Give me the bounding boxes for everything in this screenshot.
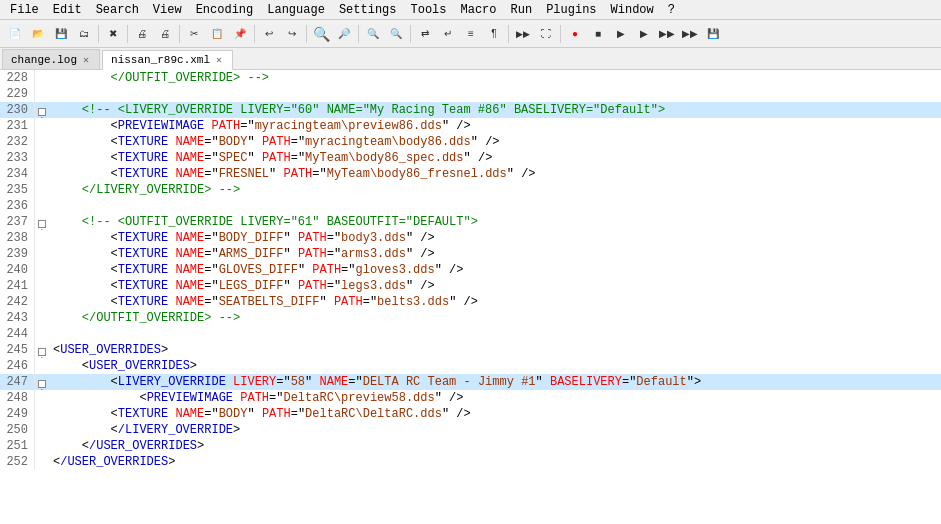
code-text: </OUTFIT_OVERRIDE> --> xyxy=(49,310,941,326)
line-number: 233 xyxy=(0,150,35,166)
toolbar-sync[interactable]: ⇄ xyxy=(414,23,436,45)
menu-plugins[interactable]: Plugins xyxy=(540,1,602,19)
table-row: 231 <PREVIEWIMAGE PATH="myracingteam\pre… xyxy=(0,118,941,134)
table-row: 241 <TEXTURE NAME="LEGS_DIFF" PATH="legs… xyxy=(0,278,941,294)
code-text: <PREVIEWIMAGE PATH="myracingteam\preview… xyxy=(49,118,941,134)
table-row: 244 xyxy=(0,326,941,342)
toolbar-save[interactable]: 💾 xyxy=(50,23,72,45)
code-lines[interactable]: 228 </OUTFIT_OVERRIDE> -->229 230- <!-- … xyxy=(0,70,941,524)
table-row: 249 <TEXTURE NAME="BODY" PATH="DeltaRC\D… xyxy=(0,406,941,422)
line-number: 235 xyxy=(0,182,35,198)
toolbar-play[interactable]: ▶ xyxy=(610,23,632,45)
tab-nissan-close[interactable]: ✕ xyxy=(214,54,224,66)
menu-run[interactable]: Run xyxy=(505,1,539,19)
fold-indicator xyxy=(35,198,49,214)
menu-tools[interactable]: Tools xyxy=(404,1,452,19)
line-number: 248 xyxy=(0,390,35,406)
code-text: <USER_OVERRIDES> xyxy=(49,342,941,358)
code-area: 228 </OUTFIT_OVERRIDE> -->229 230- <!-- … xyxy=(0,70,941,524)
table-row: 247- <LIVERY_OVERRIDE LIVERY="58" NAME="… xyxy=(0,374,941,390)
toolbar-save-all[interactable]: 🗂 xyxy=(73,23,95,45)
tab-changelog-label: change.log xyxy=(11,54,77,66)
toolbar-paste[interactable]: 📌 xyxy=(229,23,251,45)
toolbar-new[interactable]: 📄 xyxy=(4,23,26,45)
toolbar-zoom-in[interactable]: 🔍 xyxy=(362,23,384,45)
menu-encoding[interactable]: Encoding xyxy=(190,1,260,19)
sep8 xyxy=(508,25,509,43)
code-text xyxy=(49,326,941,342)
code-text: <TEXTURE NAME="ARMS_DIFF" PATH="arms3.dd… xyxy=(49,246,941,262)
line-number: 234 xyxy=(0,166,35,182)
toolbar-stop[interactable]: ■ xyxy=(587,23,609,45)
toolbar-cut[interactable]: ✂ xyxy=(183,23,205,45)
line-number: 229 xyxy=(0,86,35,102)
toolbar-play3[interactable]: ▶▶ xyxy=(656,23,678,45)
table-row: 237- <!-- <OUTFIT_OVERRIDE LIVERY="61" B… xyxy=(0,214,941,230)
menu-file[interactable]: File xyxy=(4,1,45,19)
menu-view[interactable]: View xyxy=(147,1,188,19)
fold-indicator[interactable]: - xyxy=(35,214,49,230)
toolbar-wrap[interactable]: ↵ xyxy=(437,23,459,45)
fold-indicator xyxy=(35,70,49,86)
toolbar-open[interactable]: 📂 xyxy=(27,23,49,45)
menu-help[interactable]: ? xyxy=(662,1,681,19)
tab-changelog-close[interactable]: ✕ xyxy=(81,54,91,66)
table-row: 233 <TEXTURE NAME="SPEC" PATH="MyTeam\bo… xyxy=(0,150,941,166)
fold-indicator xyxy=(35,278,49,294)
code-text: <USER_OVERRIDES> xyxy=(49,358,941,374)
sep2 xyxy=(127,25,128,43)
table-row: 246 <USER_OVERRIDES> xyxy=(0,358,941,374)
fold-indicator xyxy=(35,454,49,470)
toolbar-fullscreen[interactable]: ⛶ xyxy=(535,23,557,45)
toolbar-copy[interactable]: 📋 xyxy=(206,23,228,45)
toolbar-play4[interactable]: ▶▶ xyxy=(679,23,701,45)
toolbar-play2[interactable]: ▶ xyxy=(633,23,655,45)
toolbar-macro1[interactable]: ▶▶ xyxy=(512,23,534,45)
toolbar-undo[interactable]: ↩ xyxy=(258,23,280,45)
menu-language[interactable]: Language xyxy=(261,1,331,19)
tabs-bar: change.log ✕ nissan_r89c.xml ✕ xyxy=(0,48,941,70)
toolbar-close[interactable]: ✖ xyxy=(102,23,124,45)
code-text: <!-- <OUTFIT_OVERRIDE LIVERY="61" BASEOU… xyxy=(49,214,941,230)
toolbar-whitespace[interactable]: ¶ xyxy=(483,23,505,45)
code-text: </LIVERY_OVERRIDE> xyxy=(49,422,941,438)
tab-nissan[interactable]: nissan_r89c.xml ✕ xyxy=(102,50,233,70)
code-text: <TEXTURE NAME="FRESNEL" PATH="MyTeam\bod… xyxy=(49,166,941,182)
table-row: 239 <TEXTURE NAME="ARMS_DIFF" PATH="arms… xyxy=(0,246,941,262)
fold-indicator[interactable]: - xyxy=(35,374,49,390)
table-row: 242 <TEXTURE NAME="SEATBELTS_DIFF" PATH=… xyxy=(0,294,941,310)
code-text: </USER_OVERRIDES> xyxy=(49,454,941,470)
code-text: <LIVERY_OVERRIDE LIVERY="58" NAME="DELTA… xyxy=(49,374,941,390)
menu-macro[interactable]: Macro xyxy=(455,1,503,19)
toolbar-print[interactable]: 🖨 xyxy=(131,23,153,45)
table-row: 236 xyxy=(0,198,941,214)
fold-indicator[interactable]: - xyxy=(35,342,49,358)
table-row: 250 </LIVERY_OVERRIDE> xyxy=(0,422,941,438)
sep9 xyxy=(560,25,561,43)
fold-indicator xyxy=(35,150,49,166)
menu-search[interactable]: Search xyxy=(90,1,145,19)
line-number: 245 xyxy=(0,342,35,358)
menu-settings[interactable]: Settings xyxy=(333,1,403,19)
toolbar-print2[interactable]: 🖨 xyxy=(154,23,176,45)
tab-changelog[interactable]: change.log ✕ xyxy=(2,49,100,69)
toolbar-find2[interactable]: 🔎 xyxy=(333,23,355,45)
code-text xyxy=(49,86,941,102)
menu-bar: File Edit Search View Encoding Language … xyxy=(0,0,941,20)
line-number: 240 xyxy=(0,262,35,278)
fold-indicator[interactable]: - xyxy=(35,102,49,118)
line-number: 246 xyxy=(0,358,35,374)
code-text: <TEXTURE NAME="BODY_DIFF" PATH="body3.dd… xyxy=(49,230,941,246)
toolbar-record[interactable]: ● xyxy=(564,23,586,45)
toolbar-indent[interactable]: ≡ xyxy=(460,23,482,45)
line-number: 237 xyxy=(0,214,35,230)
line-number: 230 xyxy=(0,102,35,118)
line-number: 244 xyxy=(0,326,35,342)
toolbar: 📄 📂 💾 🗂 ✖ 🖨 🖨 ✂ 📋 📌 ↩ ↪ 🔍 🔎 🔍 🔍 ⇄ ↵ ≡ ¶ … xyxy=(0,20,941,48)
toolbar-redo[interactable]: ↪ xyxy=(281,23,303,45)
toolbar-save-macro[interactable]: 💾 xyxy=(702,23,724,45)
toolbar-find[interactable]: 🔍 xyxy=(310,23,332,45)
toolbar-zoom-out[interactable]: 🔍 xyxy=(385,23,407,45)
menu-window[interactable]: Window xyxy=(605,1,660,19)
menu-edit[interactable]: Edit xyxy=(47,1,88,19)
